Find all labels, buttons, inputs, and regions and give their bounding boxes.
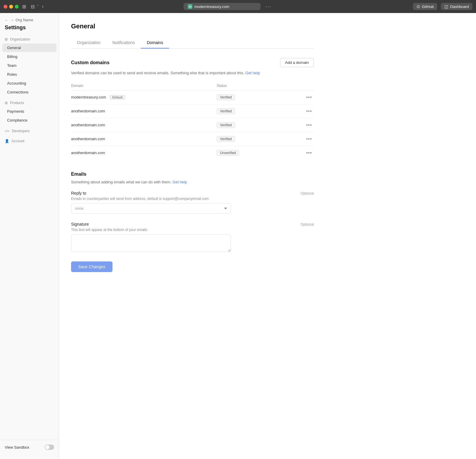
domains-table: Domain Status moderntreasury.com Default… <box>71 82 314 160</box>
maximize-button[interactable] <box>15 5 19 9</box>
main-content: General Organization Notificaitons Domai… <box>59 13 476 459</box>
action-cell: ••• <box>290 104 314 118</box>
github-button[interactable]: ⊙ GitHub <box>413 3 437 10</box>
back-button[interactable]: ‹ <box>41 3 45 10</box>
status-cell: Verified <box>217 118 290 132</box>
sidebar-item-compliance[interactable]: Compliance <box>2 116 57 125</box>
custom-domains-get-help-link[interactable]: Get help <box>245 71 260 75</box>
reply-to-hint: Emails to counterparties will send from … <box>71 197 314 201</box>
url-bar[interactable]: m moderntreasury.com <box>184 3 260 10</box>
row-menu-button[interactable]: ••• <box>304 122 314 128</box>
domain-value: anotherdomain.com <box>71 137 105 141</box>
table-row: anotherdomain.com Unverified ••• <box>71 146 314 160</box>
custom-domains-title: Custom domains <box>71 60 110 65</box>
sidebar: ← ← Org Name Settings ⊞ Organization Gen… <box>0 13 59 459</box>
sidebar-footer: View Sandbox <box>0 440 59 454</box>
reply-to-label: Reply to <box>71 191 86 195</box>
tab-domains[interactable]: Domains <box>141 37 169 49</box>
close-button[interactable] <box>4 5 7 9</box>
col-header-domain: Domain <box>71 82 217 90</box>
domain-value: anotherdomain.com <box>71 151 105 155</box>
status-cell: Unverified <box>217 146 290 160</box>
action-cell: ••• <box>290 132 314 146</box>
sidebar-section-products: ⊞ Products Payments Compliance <box>0 99 59 125</box>
sidebar-item-general[interactable]: General <box>2 43 57 52</box>
status-cell: Verified <box>217 104 290 118</box>
custom-domains-section: Custom domains Add a domain Verified dom… <box>71 58 314 160</box>
sidebar-item-team[interactable]: Team <box>2 61 57 70</box>
reply-to-header: Reply to Optional <box>71 191 314 195</box>
domain-value: moderntreasury.com <box>71 95 106 99</box>
app-layout: ← ← Org Name Settings ⊞ Organization Gen… <box>0 13 476 459</box>
view-sandbox-item[interactable]: View Sandbox <box>0 442 59 452</box>
sidebar-group-label-account[interactable]: 👤 Account <box>0 137 59 145</box>
sidebar-section-organization: ⊞ Organization General Billing Team Role… <box>0 35 59 97</box>
page-title: General <box>71 22 314 30</box>
sandbox-toggle[interactable] <box>45 445 54 450</box>
status-cell: Verified <box>217 90 290 104</box>
save-changes-button[interactable]: Save Changes <box>71 261 112 272</box>
sidebar-item-payments[interactable]: Payments <box>2 107 57 116</box>
org-name: ← Org Name <box>11 18 33 22</box>
titlebar-nav: ⊙ GitHub ◫ Dashboard <box>413 3 472 10</box>
action-cell: ••• <box>290 90 314 104</box>
domain-cell: anotherdomain.com <box>71 118 217 132</box>
row-menu-button[interactable]: ••• <box>304 108 314 114</box>
grid-icon: ⊞ <box>5 37 8 41</box>
signature-textarea[interactable] <box>71 234 231 252</box>
domain-value: anotherdomain.com <box>71 109 105 113</box>
row-menu-button[interactable]: ••• <box>304 150 314 156</box>
browser-ellipsis-button[interactable]: ··· <box>263 2 274 11</box>
table-row: anotherdomain.com Verified ••• <box>71 104 314 118</box>
tab-organization[interactable]: Organization <box>71 37 106 49</box>
sidebar-item-connections[interactable]: Connections <box>2 88 57 96</box>
col-header-action <box>290 82 314 90</box>
signature-header: Signature Optional <box>71 222 314 227</box>
tabs: Organization Notificaitons Domains <box>71 37 314 49</box>
status-cell: Verified <box>217 132 290 146</box>
emails-description: Something about adding emails what we ca… <box>71 179 314 185</box>
default-badge: Default <box>110 95 125 100</box>
emails-section: Emails Something about adding emails wha… <box>71 172 314 272</box>
table-row: anotherdomain.com Verified ••• <box>71 118 314 132</box>
emails-get-help-link[interactable]: Get help <box>173 180 187 184</box>
developers-icon: </> <box>5 129 9 133</box>
domain-cell: anotherdomain.com <box>71 132 217 146</box>
reply-to-optional: Optional <box>300 191 314 195</box>
status-badge: Verified <box>217 136 235 142</box>
domain-cell: anotherdomain.com <box>71 146 217 160</box>
dashboard-button[interactable]: ◫ Dashboard <box>441 3 472 10</box>
row-menu-button[interactable]: ••• <box>304 136 314 142</box>
account-icon: 👤 <box>5 139 9 143</box>
tab-notifications[interactable]: Notificaitons <box>106 37 141 49</box>
reply-to-select[interactable]: none <box>71 203 231 214</box>
status-badge: Verified <box>217 94 235 100</box>
sidebar-item-billing[interactable]: Billing <box>2 52 57 61</box>
traffic-lights <box>4 5 19 9</box>
sidebar-item-roles[interactable]: Roles <box>2 70 57 79</box>
table-row: anotherdomain.com Verified ••• <box>71 132 314 146</box>
minimize-button[interactable] <box>9 5 13 9</box>
sidebar-group-label-products: ⊞ Products <box>0 99 59 107</box>
layout-toggle-button[interactable]: ⊟ <box>30 3 36 11</box>
signature-optional: Optional <box>300 222 314 227</box>
custom-domains-description: Verified domains can be used to send and… <box>71 70 314 76</box>
status-badge: Verified <box>217 122 235 128</box>
sidebar-group-label-organization: ⊞ Organization <box>0 35 59 43</box>
github-icon: ⊙ <box>416 4 420 9</box>
domain-value: anotherdomain.com <box>71 123 105 127</box>
add-domain-button[interactable]: Add a domain <box>280 58 314 67</box>
sidebar-toggle-button[interactable]: ⊞ <box>21 3 27 11</box>
signature-label: Signature <box>71 222 89 227</box>
custom-domains-header: Custom domains Add a domain <box>71 58 314 67</box>
sidebar-item-accounting[interactable]: Accounting <box>2 79 57 88</box>
emails-title: Emails <box>71 172 314 177</box>
row-menu-button[interactable]: ••• <box>304 94 314 101</box>
reply-to-group: Reply to Optional Emails to counterparti… <box>71 191 314 214</box>
domain-cell: anotherdomain.com <box>71 104 217 118</box>
sidebar-section-account: 👤 Account <box>0 137 59 145</box>
org-back-link[interactable]: ← ← Org Name <box>0 18 59 25</box>
sidebar-group-label-developers[interactable]: </> Developers <box>0 127 59 135</box>
signature-hint: This text will appear at the bottom of y… <box>71 228 314 232</box>
table-row: moderntreasury.com Default Verified ••• <box>71 90 314 104</box>
